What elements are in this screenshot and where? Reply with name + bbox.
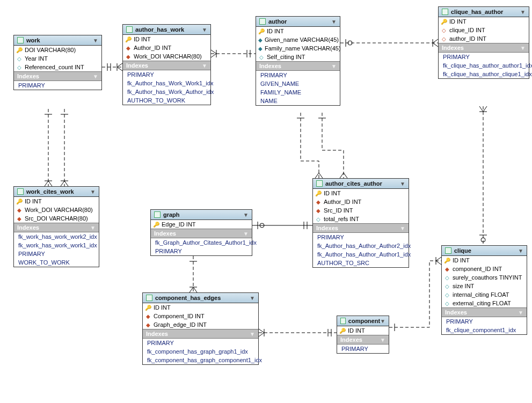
diamond-icon: ◆ bbox=[258, 46, 263, 52]
entity-header[interactable]: component_has_edges ▼ bbox=[143, 293, 258, 303]
svg-line-8 bbox=[211, 50, 216, 54]
entity-header[interactable]: graph ▼ bbox=[151, 210, 252, 220]
svg-point-14 bbox=[348, 41, 352, 45]
column-label: ID INT bbox=[348, 327, 365, 334]
svg-line-24 bbox=[61, 181, 64, 186]
diamond-icon: ◆ bbox=[16, 207, 23, 213]
index-row: fk_Author_has_Author_Author2_idx bbox=[313, 241, 409, 250]
index-row: PRIMARY bbox=[442, 317, 527, 326]
entity-clique: clique ▼ 🔑ID INT ◆component_ID INT ◇sure… bbox=[441, 245, 527, 335]
column-label: Component_ID INT bbox=[154, 313, 205, 319]
er-diagram-canvas: .rel { stroke:#000; stroke-width:1; fill… bbox=[0, 0, 532, 403]
indexes-header[interactable]: Indexes▼ bbox=[313, 223, 409, 233]
diamond-icon: ◇ bbox=[444, 292, 450, 298]
column-row: 🔑ID INT bbox=[439, 17, 529, 26]
svg-line-22 bbox=[45, 181, 48, 186]
column-row: ◇clique_ID INT bbox=[439, 26, 529, 34]
svg-line-3 bbox=[117, 63, 122, 67]
column-row: ◇total_refs INT bbox=[313, 215, 409, 223]
chevron-down-icon: ▼ bbox=[400, 225, 405, 231]
entity-work-cites-work: work_cites_work ▼ 🔑ID INT ◆Work_DOI VARC… bbox=[13, 186, 99, 267]
indexes-header[interactable]: Indexes▼ bbox=[442, 307, 527, 317]
entity-header[interactable]: author ▼ bbox=[256, 17, 340, 27]
entity-header[interactable]: component ▼ bbox=[337, 316, 389, 326]
index-row: PRIMARY bbox=[337, 345, 389, 353]
diamond-icon: ◇ bbox=[441, 27, 447, 33]
diamond-icon: ◇ bbox=[258, 54, 265, 60]
column-label: Src_ID INT bbox=[324, 207, 353, 214]
indexes-header[interactable]: Indexes▼ bbox=[256, 61, 340, 71]
entity-author-has-work: author_has_work ▼ 🔑ID INT ◆Author_ID INT… bbox=[122, 24, 211, 105]
entity-header[interactable]: author_has_work ▼ bbox=[123, 25, 210, 35]
column-label: ID INT bbox=[25, 198, 42, 204]
entity-title: author_has_work bbox=[135, 26, 184, 33]
svg-line-4 bbox=[117, 67, 122, 71]
svg-point-36 bbox=[260, 223, 264, 228]
svg-line-15 bbox=[433, 39, 438, 43]
svg-line-16 bbox=[433, 43, 438, 47]
column-row: 🔑ID INT bbox=[14, 197, 99, 206]
key-icon: 🔑 bbox=[16, 47, 23, 53]
entity-title: work_cites_work bbox=[26, 188, 74, 195]
index-row: fk_Graph_Author_Citates_Author1_idx bbox=[151, 238, 252, 247]
indexes-label: Indexes bbox=[442, 45, 464, 51]
chevron-down-icon: ▼ bbox=[400, 181, 405, 187]
column-label: clique_ID INT bbox=[449, 27, 485, 33]
entity-header[interactable]: author_cites_author ▼ bbox=[313, 179, 409, 189]
column-label: Self_citing INT bbox=[267, 54, 305, 60]
column-row: ◇internal_citing FLOAT bbox=[442, 290, 527, 299]
entity-header[interactable]: clique ▼ bbox=[442, 246, 527, 256]
diamond-icon: ◆ bbox=[315, 199, 322, 205]
entity-header[interactable]: clique_has_author ▼ bbox=[439, 7, 529, 17]
column-row: ◇external_citing FLOAT bbox=[442, 299, 527, 307]
indexes-header[interactable]: Indexes▼ bbox=[143, 329, 258, 339]
diamond-icon: ◇ bbox=[444, 301, 450, 306]
indexes-header[interactable]: Indexes▼ bbox=[337, 335, 389, 345]
chevron-down-icon: ▼ bbox=[202, 27, 207, 33]
svg-line-55 bbox=[479, 106, 483, 112]
indexes-label: Indexes bbox=[146, 331, 168, 337]
column-label: Author_ID INT bbox=[324, 199, 361, 205]
svg-line-23 bbox=[48, 181, 52, 186]
indexes-header[interactable]: Indexes▼ bbox=[14, 71, 101, 81]
entity-title: author_cites_author bbox=[325, 180, 382, 187]
svg-line-42 bbox=[193, 287, 197, 292]
column-label: Year INT bbox=[25, 55, 48, 62]
index-row: fk_clique_component1_idx bbox=[442, 326, 527, 334]
svg-line-41 bbox=[190, 287, 193, 292]
chevron-down-icon: ▼ bbox=[250, 295, 255, 301]
column-label: ID INT bbox=[154, 304, 171, 311]
chevron-down-icon: ▼ bbox=[243, 212, 249, 218]
chevron-down-icon: ▼ bbox=[331, 19, 337, 25]
column-row: ◆Component_ID INT bbox=[143, 312, 258, 320]
chevron-down-icon: ▼ bbox=[331, 63, 337, 69]
indexes-header[interactable]: Indexes▼ bbox=[151, 229, 252, 238]
entity-header[interactable]: work_cites_work ▼ bbox=[14, 187, 99, 197]
column-row: 🔑ID INT bbox=[313, 189, 409, 197]
indexes-header[interactable]: Indexes▼ bbox=[439, 43, 529, 53]
diamond-icon: ◇ bbox=[315, 216, 322, 222]
chevron-down-icon: ▼ bbox=[90, 189, 96, 195]
column-label: size INT bbox=[453, 283, 474, 289]
column-label: Edge_ID INT bbox=[162, 221, 196, 228]
column-row: ◆Work_DOI VARCHAR(80) bbox=[123, 52, 210, 61]
column-row: 🔑DOI VARCHAR(80) bbox=[14, 46, 101, 54]
indexes-header[interactable]: Indexes▼ bbox=[14, 223, 99, 232]
entity-author-cites-author: author_cites_author ▼ 🔑ID INT ◆Author_ID… bbox=[312, 178, 409, 268]
diamond-icon: ◆ bbox=[125, 54, 132, 60]
indexes-header[interactable]: Indexes▼ bbox=[123, 61, 210, 70]
entity-title: component bbox=[348, 318, 380, 324]
key-icon: 🔑 bbox=[258, 28, 265, 34]
column-label: external_citing FLOAT bbox=[453, 300, 511, 306]
index-row: fk_work_has_work_work2_idx bbox=[14, 232, 99, 241]
index-row: fk_component_has_graph_graph1_idx bbox=[143, 347, 258, 356]
entity-header[interactable]: work ▼ bbox=[14, 35, 101, 46]
column-label: ID INT bbox=[324, 190, 341, 196]
column-label: Work_DOI VARCHAR(80) bbox=[25, 207, 93, 213]
column-label: DOI VARCHAR(80) bbox=[25, 47, 76, 53]
entity-graph: graph ▼ 🔑Edge_ID INT Indexes▼ fk_Graph_A… bbox=[150, 209, 252, 256]
column-row: 🔑Edge_ID INT bbox=[151, 220, 252, 229]
table-icon bbox=[126, 26, 133, 33]
column-row: ◆Author_ID INT bbox=[123, 43, 210, 52]
indexes-label: Indexes bbox=[126, 62, 148, 69]
